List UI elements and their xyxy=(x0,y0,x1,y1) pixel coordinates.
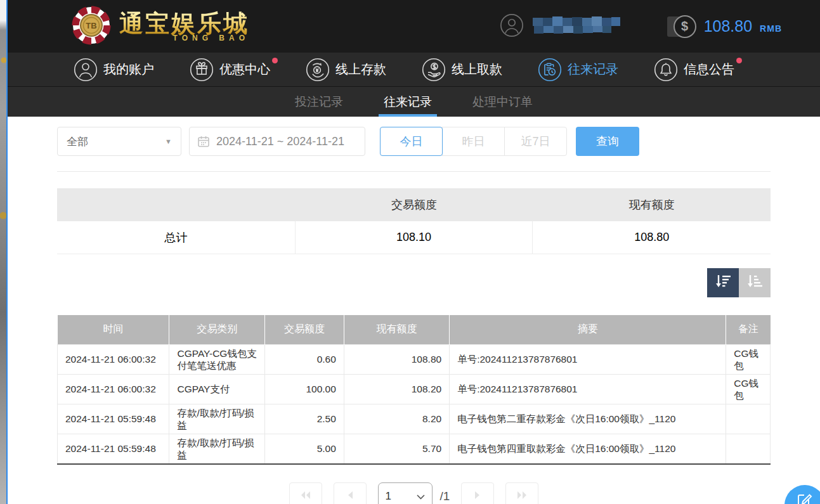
yesterday-button[interactable]: 昨日 xyxy=(442,127,505,156)
chevron-down-icon: ▼ xyxy=(165,138,172,145)
chevron-down-icon xyxy=(417,490,425,503)
pagination: 1 /1 xyxy=(57,482,771,504)
cell-note xyxy=(726,434,771,464)
summary-header-transaction-amount: 交易额度 xyxy=(296,188,533,221)
page-select-value: 1 xyxy=(386,490,391,503)
balance-currency: RMB xyxy=(760,23,782,34)
user-icon xyxy=(74,58,98,82)
bell-icon xyxy=(654,58,678,82)
notification-dot xyxy=(736,58,742,63)
table-row: 2024-11-21 05:59:48 存款/取款/打码/损益 2.50 8.2… xyxy=(58,404,771,434)
nav-item-my-account[interactable]: 我的账户 xyxy=(74,58,160,82)
nav-item-transaction-records[interactable]: 往来记录 xyxy=(538,58,625,82)
cell-balance: 5.70 xyxy=(344,434,449,464)
balance-display: $ 108.80 RMB xyxy=(674,15,782,38)
cell-type: 存款/取款/打码/损益 xyxy=(169,404,265,434)
dollar-icon: $ xyxy=(674,15,696,38)
cell-note: CG钱包 xyxy=(726,374,771,404)
divider xyxy=(57,171,771,172)
col-note: 备注 xyxy=(726,315,771,344)
cell-summary: 单号:202411213787876801 xyxy=(450,374,726,404)
casino-chip-logo-icon: TB xyxy=(71,5,112,48)
page-select[interactable]: 1 xyxy=(378,482,433,504)
col-time: 时间 xyxy=(58,315,169,344)
summary-total-current-balance: 108.80 xyxy=(533,221,771,254)
nav-label: 信息公告 xyxy=(684,61,734,78)
main-nav: 我的账户 优惠中心 xyxy=(8,53,820,87)
cell-time: 2024-11-21 06:00:32 xyxy=(58,374,169,404)
tab-processing-orders[interactable]: 处理中订单 xyxy=(467,87,538,117)
record-tabs: 投注记录 往来记录 处理中订单 xyxy=(8,87,820,117)
first-page-button[interactable] xyxy=(289,482,322,504)
table-row: 2024-11-21 06:00:32 CGPAY-CG钱包支付笔笔送优惠 0.… xyxy=(58,344,771,374)
deposit-icon xyxy=(306,58,330,82)
last-page-button[interactable] xyxy=(505,482,538,504)
cell-amount: 100.00 xyxy=(265,374,344,404)
cell-time: 2024-11-21 05:59:48 xyxy=(58,434,169,464)
records-header-row: 时间 交易类别 交易额度 现有额度 摘要 备注 xyxy=(58,315,771,344)
cell-type: CGPAY支付 xyxy=(169,374,265,404)
nav-label: 线上取款 xyxy=(452,61,502,78)
next-page-button[interactable] xyxy=(461,482,494,504)
summary-header-empty xyxy=(57,188,296,221)
cell-summary: 电子钱包第二重存款彩金《次日16:00领取》_1120 xyxy=(450,404,726,434)
tab-transaction-records[interactable]: 往来记录 xyxy=(379,87,437,117)
today-button[interactable]: 今日 xyxy=(380,127,443,156)
col-type: 交易类别 xyxy=(169,315,265,344)
category-select[interactable]: 全部 ▼ xyxy=(57,127,181,156)
nav-item-deposit[interactable]: 线上存款 xyxy=(306,58,393,82)
category-select-value: 全部 xyxy=(67,134,88,149)
records-icon xyxy=(538,58,562,82)
nav-item-withdraw[interactable]: 线上取款 xyxy=(422,58,509,82)
sort-ascending-button[interactable] xyxy=(739,268,771,297)
right-arrow-icon xyxy=(474,491,481,502)
table-row: 2024-11-21 05:59:48 存款/取款/打码/损益 5.00 5.7… xyxy=(58,434,771,464)
content-area: 全部 ▼ 2024-11-21 ~ 2024-11-21 今日 昨日 近7日 xyxy=(8,127,820,504)
col-balance: 现有额度 xyxy=(344,315,449,344)
double-left-arrow-icon xyxy=(299,491,312,502)
cell-amount: 5.00 xyxy=(265,434,344,464)
cell-balance: 8.20 xyxy=(344,404,449,434)
table-row: 2024-11-21 06:00:32 CGPAY支付 100.00 108.2… xyxy=(58,374,771,404)
nav-label: 往来记录 xyxy=(568,61,618,78)
svg-text:TB: TB xyxy=(86,21,96,30)
withdraw-icon xyxy=(422,58,446,82)
site-logo[interactable]: TB 通宝娱乐城 TONG BAO xyxy=(71,5,249,48)
sort-descending-button[interactable] xyxy=(707,268,739,297)
nav-item-announcements[interactable]: 信息公告 xyxy=(654,58,741,82)
left-arrow-icon xyxy=(346,491,354,502)
summary-total-transaction-amount: 108.10 xyxy=(296,221,533,254)
gift-icon xyxy=(190,58,214,82)
cell-amount: 0.60 xyxy=(265,344,344,374)
tab-betting-records[interactable]: 投注记录 xyxy=(290,87,348,117)
filter-row: 全部 ▼ 2024-11-21 ~ 2024-11-21 今日 昨日 近7日 xyxy=(57,127,771,156)
last-7-days-button[interactable]: 近7日 xyxy=(504,127,567,156)
cell-time: 2024-11-21 06:00:32 xyxy=(58,344,169,374)
summary-header-current-balance: 现有额度 xyxy=(533,188,771,221)
calendar-icon xyxy=(197,135,210,148)
cell-type: 存款/取款/打码/损益 xyxy=(169,434,265,464)
date-range-input[interactable]: 2024-11-21 ~ 2024-11-21 xyxy=(189,127,365,156)
nav-item-promotions[interactable]: 优惠中心 xyxy=(190,58,277,82)
notification-dot xyxy=(272,58,278,63)
avatar-icon xyxy=(500,13,524,40)
nav-label: 我的账户 xyxy=(103,61,154,78)
edit-message-icon xyxy=(797,491,813,504)
col-summary: 摘要 xyxy=(450,315,726,344)
cell-amount: 2.50 xyxy=(265,404,344,434)
username-redacted xyxy=(533,16,628,37)
cell-summary: 电子钱包第四重取款彩金《次日16:00领取》_1120 xyxy=(450,434,726,464)
sort-controls xyxy=(57,268,771,297)
summary-table: 交易额度 现有额度 总计 108.10 108.80 xyxy=(57,188,771,254)
prev-page-button[interactable] xyxy=(334,482,367,504)
cell-time: 2024-11-21 05:59:48 xyxy=(58,404,169,434)
page-total: /1 xyxy=(440,482,450,504)
cell-balance: 108.20 xyxy=(344,374,449,404)
cell-balance: 108.80 xyxy=(344,344,449,374)
double-right-arrow-icon xyxy=(516,491,528,502)
records-table: 时间 交易类别 交易额度 现有额度 摘要 备注 2024-11-21 06:00… xyxy=(57,315,771,465)
main-page: TB 通宝娱乐城 TONG BAO xyxy=(6,0,820,504)
col-amount: 交易额度 xyxy=(265,315,344,344)
search-button[interactable]: 查询 xyxy=(576,127,639,156)
site-title: 通宝娱乐城 xyxy=(119,11,249,36)
